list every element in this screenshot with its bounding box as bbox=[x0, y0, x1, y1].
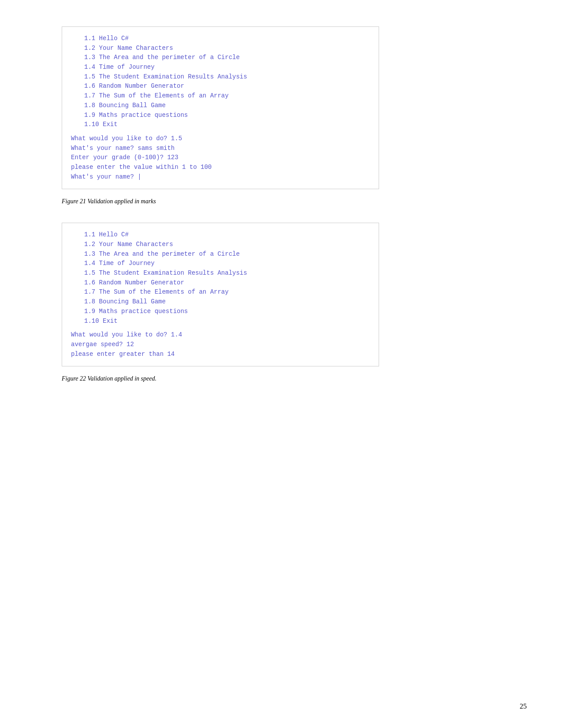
f22-menu-item-10: 1.10 Exit bbox=[71, 317, 370, 326]
prompt-2: What's your name? sams smith bbox=[71, 144, 370, 153]
menu-item-3: 1.3 The Area and the perimeter of a Circ… bbox=[71, 53, 370, 63]
f22-menu-item-4: 1.4 Time of Journey bbox=[71, 259, 370, 269]
prompt-1: What would you like to do? 1.5 bbox=[71, 134, 370, 144]
f22-menu-item-7: 1.7 The Sum of the Elements of an Array bbox=[71, 287, 370, 297]
f22-prompt-1: What would you like to do? 1.4 bbox=[71, 330, 370, 340]
menu-item-7: 1.7 The Sum of the Elements of an Array bbox=[71, 91, 370, 101]
f22-menu-item-3: 1.3 The Area and the perimeter of a Circ… bbox=[71, 250, 370, 259]
menu-item-2: 1.2 Your Name Characters bbox=[71, 44, 370, 53]
f22-menu-item-2: 1.2 Your Name Characters bbox=[71, 240, 370, 250]
figure-21-menu: 1.1 Hello C# 1.2 Your Name Characters 1.… bbox=[71, 34, 370, 130]
prompt-5: What's your name? | bbox=[71, 172, 370, 182]
figure-21-terminal: 1.1 Hello C# 1.2 Your Name Characters 1.… bbox=[62, 26, 379, 189]
f22-menu-item-5: 1.5 The Student Examination Results Anal… bbox=[71, 269, 370, 278]
menu-item-5: 1.5 The Student Examination Results Anal… bbox=[71, 72, 370, 82]
figure-22-prompts: What would you like to do? 1.4 avergae s… bbox=[71, 330, 370, 359]
menu-item-6: 1.6 Random Number Generator bbox=[71, 82, 370, 91]
page-number: 25 bbox=[520, 702, 527, 710]
page-container: 1.1 Hello C# 1.2 Your Name Characters 1.… bbox=[0, 0, 562, 426]
figure-22-caption: Figure 22 Validation applied in speed. bbox=[62, 375, 527, 382]
figure-21-caption: Figure 21 Validation applied in marks bbox=[62, 198, 527, 205]
figure-22-menu: 1.1 Hello C# 1.2 Your Name Characters 1.… bbox=[71, 230, 370, 326]
figure-22-terminal: 1.1 Hello C# 1.2 Your Name Characters 1.… bbox=[62, 223, 379, 366]
prompt-4: please enter the value within 1 to 100 bbox=[71, 163, 370, 172]
figure-21-prompts: What would you like to do? 1.5 What's yo… bbox=[71, 134, 370, 182]
f22-prompt-2: avergae speed? 12 bbox=[71, 340, 370, 350]
f22-prompt-3: please enter greater than 14 bbox=[71, 350, 370, 359]
f22-menu-item-1: 1.1 Hello C# bbox=[71, 230, 370, 240]
prompt-3: Enter your grade (0-100)? 123 bbox=[71, 153, 370, 163]
menu-item-8: 1.8 Bouncing Ball Game bbox=[71, 101, 370, 111]
menu-item-9: 1.9 Maths practice questions bbox=[71, 111, 370, 120]
f22-menu-item-9: 1.9 Maths practice questions bbox=[71, 307, 370, 317]
f22-menu-item-8: 1.8 Bouncing Ball Game bbox=[71, 297, 370, 307]
f22-menu-item-6: 1.6 Random Number Generator bbox=[71, 278, 370, 288]
menu-item-10: 1.10 Exit bbox=[71, 120, 370, 130]
menu-item-1: 1.1 Hello C# bbox=[71, 34, 370, 44]
menu-item-4: 1.4 Time of Journey bbox=[71, 63, 370, 72]
